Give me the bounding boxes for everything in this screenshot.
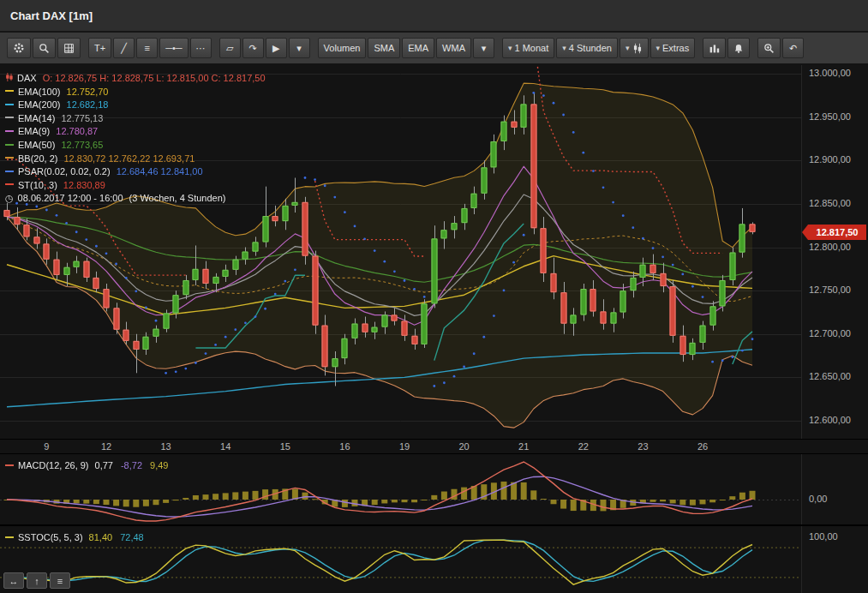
sstoc-value: 81,40 <box>89 532 113 542</box>
time-axis-label: 12 <box>101 441 111 452</box>
more-tools-icon: ▾ <box>296 43 302 54</box>
line-swatch-icon <box>5 171 14 172</box>
line-swatch-icon <box>5 117 14 118</box>
line-swatch-icon <box>5 536 14 538</box>
toolbar-redo-tool-button[interactable]: ↷ <box>242 38 264 58</box>
time-axis-label: 14 <box>220 441 230 452</box>
compare-icon <box>709 43 720 54</box>
price-axis-label: 12.700,00 <box>809 328 851 338</box>
macd-axis-label: 0,00 <box>809 494 827 504</box>
legend-label: DAX <box>17 73 37 83</box>
legend-label: EMA(100) <box>18 87 61 97</box>
toolbar-volume-button[interactable]: Volumen <box>318 38 367 58</box>
price-axis[interactable]: 13.000,0012.950,0012.900,0012.850,0012.8… <box>801 65 868 439</box>
sstoc-legend: SSTOC(5, 5, 3)81,4072,48 <box>5 531 152 545</box>
time-axis-label: 13 <box>160 441 171 452</box>
legend-row-supertrend: ST(10, 3)12.830,89 <box>5 179 266 193</box>
button-label: WMA <box>442 43 465 53</box>
undo-icon: ↶ <box>789 43 797 54</box>
toolbar-group-overlays: VolumenSMAEMAWMA▾ <box>318 38 494 58</box>
chart-legend: DAXO: 12.826,75 H: 12.828,75 L: 12.815,0… <box>5 72 266 206</box>
legend-label: EMA(14) <box>18 113 55 123</box>
macd-label: MACD(12, 26, 9) <box>18 460 89 470</box>
toolbar-ema-button[interactable]: EMA <box>402 38 434 58</box>
toolbar-alerts-button[interactable] <box>727 38 750 58</box>
legend-row-bollinger: BB(20, 2)12.830,72 12.762,22 12.693,71 <box>5 153 266 166</box>
legend-row-psar: PSAR(0.02, 0.02, 0.2)12.684,46 12.841,00 <box>5 165 266 179</box>
chevron-down-icon: ▾ <box>656 44 661 52</box>
toolbar-wma-button[interactable]: WMA <box>436 38 471 58</box>
toolbar-replay-tool-button[interactable]: ▶ <box>266 38 287 58</box>
button-label: 1 Monat <box>515 43 549 53</box>
toolbar-settings-button[interactable] <box>7 38 31 58</box>
toolbar-horizontal-line-tool-button[interactable]: ─•─ <box>159 38 188 58</box>
horizontal-line-tool-icon: ─•─ <box>165 43 182 53</box>
legend-row-dax-ohlc: DAXO: 12.826,75 H: 12.828,75 L: 12.815,0… <box>5 72 266 86</box>
macd-legend: MACD(12, 26, 9)0,77-8,729,49 <box>5 459 176 473</box>
fibonacci-tool-icon: ≡ <box>144 43 149 53</box>
layers-button[interactable]: ≡ <box>50 572 70 589</box>
toolbar-zoom-in-button[interactable] <box>757 38 781 58</box>
time-axis-label: 21 <box>518 441 529 452</box>
button-label: SMA <box>374 43 394 53</box>
toolbar-group-chart-settings <box>7 38 81 58</box>
time-axis-label: 26 <box>697 441 708 452</box>
toolbar-line-tool-button[interactable]: ╱ <box>113 38 135 58</box>
sstoc-axis-label: 100,00 <box>809 531 838 542</box>
legend-value: 12.682,18 <box>67 99 109 110</box>
toolbar-fibonacci-tool-button[interactable]: ≡ <box>136 38 158 58</box>
toolbar-interval-select-dropdown[interactable]: ▾4 Stunden <box>556 38 618 58</box>
legend-row-ema-14: EMA(14)12.775,13 <box>5 112 266 126</box>
toolbar-sma-button[interactable]: SMA <box>368 38 400 58</box>
legend-row-ema-200: EMA(200)12.682,18 <box>5 99 266 112</box>
toolbar-group-edit-tools: ▱↷▶▾ <box>219 38 310 58</box>
sstoc-axis[interactable]: 100,00 <box>801 526 868 593</box>
toolbar-grid-button[interactable] <box>57 38 81 58</box>
scroll-horizontal-button[interactable]: ↔ <box>3 572 24 589</box>
time-axis-label: 22 <box>578 441 589 452</box>
legend-label: ST(10, 3) <box>18 180 57 190</box>
time-axis[interactable]: 91213141516192021222326 <box>0 439 868 454</box>
legend-value: 12.830,72 12.762,22 12.693,71 <box>63 153 195 164</box>
zoom-in-icon <box>763 43 775 54</box>
line-swatch-icon <box>5 183 14 185</box>
jump-to-latest-button[interactable]: ↑ <box>27 572 47 589</box>
toolbar-group-zoom: ↶ <box>757 38 804 58</box>
toolbar-group-draw-tools: T+╱≡─•─⋯ <box>88 38 212 58</box>
line-swatch-icon <box>5 90 14 92</box>
toolbar-search-button[interactable] <box>33 38 56 58</box>
gear-icon <box>13 42 25 54</box>
legend-label: PSAR(0.02, 0.02, 0.2) <box>18 166 111 177</box>
legend-value: 12.752,70 <box>67 87 109 97</box>
legend-value: 12.830,89 <box>63 180 105 190</box>
chevron-down-icon: ▾ <box>626 44 630 52</box>
time-axis-label: 19 <box>399 441 410 452</box>
legend-label: EMA(200) <box>18 99 61 110</box>
price-axis-label: 12.600,00 <box>809 415 851 425</box>
chart-area: DAXO: 12.826,75 H: 12.828,75 L: 12.815,0… <box>0 65 868 593</box>
legend-value: (3 Wochen, 4 Stunden) <box>129 193 226 203</box>
toolbar-compare-button[interactable] <box>703 38 726 58</box>
clock-icon: ◷ <box>5 193 14 203</box>
legend-row-timestamp: ◷08.06.2017 12:00 - 16:00(3 Wochen, 4 St… <box>5 192 266 206</box>
magnifier-icon <box>39 43 50 54</box>
toolbar-extras-menu-dropdown[interactable]: ▾Extras <box>650 38 696 58</box>
legend-row-ema-9: EMA(9)12.780,87 <box>5 125 266 139</box>
macd-value: 0,77 <box>95 460 113 470</box>
toolbar-range-select-dropdown[interactable]: ▾1 Monat <box>502 38 554 58</box>
time-axis-label: 15 <box>280 441 290 452</box>
legend-value: 12.684,46 12.841,00 <box>117 166 203 177</box>
toolbar-undo-button[interactable]: ↶ <box>782 38 804 58</box>
time-axis-label: 16 <box>339 441 350 452</box>
toolbar-chart-type-select-dropdown[interactable]: ▾ <box>620 38 649 58</box>
redo-tool-icon: ↷ <box>249 43 257 54</box>
price-axis-label: 12.850,00 <box>809 198 851 208</box>
toolbar-text-tool-button[interactable]: T+ <box>88 38 111 58</box>
toolbar-more-tools-button[interactable]: ▾ <box>289 38 310 58</box>
toolbar-points-tool-button[interactable]: ⋯ <box>190 38 212 58</box>
macd-axis[interactable]: 0,00 <box>801 454 868 524</box>
window-title: Chart DAX [1m] <box>10 9 93 22</box>
toolbar-eraser-tool-button[interactable]: ▱ <box>219 38 241 58</box>
toolbar-more-indicators-button[interactable]: ▾ <box>473 38 494 58</box>
replay-tool-icon: ▶ <box>272 43 279 54</box>
